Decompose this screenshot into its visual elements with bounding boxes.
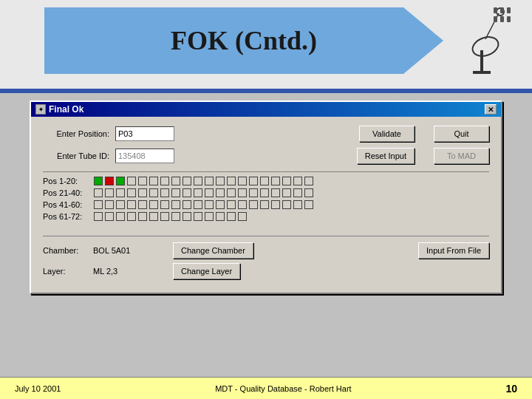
cb-2-5[interactable] [138,188,147,197]
cb-3-15[interactable] [249,200,258,209]
change-chamber-button[interactable]: Change Chamber [173,242,253,259]
cb-2-10[interactable] [194,188,202,197]
layer-value: ML 2,3 [93,267,167,276]
cb-2-11[interactable] [205,188,214,197]
cb-2-16[interactable] [260,188,269,197]
svg-point-2 [470,34,501,60]
cb-2-19[interactable] [293,188,302,197]
dialog-title: Final Ok [49,104,83,115]
cb-1-2[interactable] [105,177,114,185]
cb-4-7[interactable] [160,212,169,221]
tube-input[interactable] [115,149,174,163]
cb-4-6[interactable] [149,212,158,221]
close-button[interactable]: ✕ [485,104,497,115]
validate-button[interactable]: Validate [359,126,415,142]
cb-2-9[interactable] [183,188,191,197]
cb-3-11[interactable] [205,200,214,209]
cb-4-3[interactable] [116,212,125,221]
pos-label-4: Pos 61-72: [43,212,91,221]
cb-4-1[interactable] [94,212,103,221]
reset-input-button[interactable]: Reset Input [357,148,415,164]
cb-3-18[interactable] [282,200,291,209]
cb-4-13[interactable] [227,212,236,221]
pos-label-2: Pos 21-40: [43,188,91,197]
cb-3-10[interactable] [194,200,202,209]
cb-1-11[interactable] [205,177,214,185]
cb-1-12[interactable] [216,177,225,185]
cb-2-7[interactable] [160,188,169,197]
cb-2-8[interactable] [171,188,180,197]
cb-3-9[interactable] [183,200,191,209]
cb-1-18[interactable] [282,177,291,185]
cb-2-12[interactable] [216,188,225,197]
svg-rect-7 [507,7,511,13]
cb-4-14[interactable] [238,212,247,221]
cb-4-2[interactable] [105,212,114,221]
cb-1-3[interactable] [116,177,125,185]
cb-3-4[interactable] [127,200,136,209]
cb-3-6[interactable] [149,200,158,209]
dialog-window: ✦ Final Ok ✕ Enter Position: Validate Qu… [30,100,502,294]
cb-2-3[interactable] [116,188,125,197]
cb-4-9[interactable] [183,212,191,221]
cb-1-10[interactable] [194,177,202,185]
position-input[interactable] [115,126,174,141]
cb-2-6[interactable] [149,188,158,197]
cb-2-4[interactable] [127,188,136,197]
to-mad-button[interactable]: To MAD [434,148,489,164]
cb-4-12[interactable] [216,212,225,221]
cb-1-7[interactable] [160,177,169,185]
cb-1-13[interactable] [227,177,236,185]
cb-1-8[interactable] [171,177,180,185]
cb-1-17[interactable] [271,177,280,185]
cb-2-15[interactable] [249,188,258,197]
cb-1-16[interactable] [260,177,269,185]
chamber-row: Chamber: BOL 5A01 Change Chamber Input F… [43,242,489,259]
cb-3-16[interactable] [260,200,269,209]
cb-1-15[interactable] [249,177,258,185]
cb-3-7[interactable] [160,200,169,209]
cb-3-14[interactable] [238,200,247,209]
cb-1-1[interactable] [94,177,103,185]
cb-3-1[interactable] [94,200,103,209]
cb-1-9[interactable] [183,177,191,185]
cb-4-10[interactable] [194,212,202,221]
cb-3-5[interactable] [138,200,147,209]
pos-checkboxes-1 [94,177,313,185]
change-layer-button[interactable]: Change Layer [173,263,240,279]
cb-3-8[interactable] [171,200,180,209]
cb-3-3[interactable] [116,200,125,209]
footer-date: July 10 2001 [15,384,61,393]
cb-3-17[interactable] [271,200,280,209]
cb-1-19[interactable] [293,177,302,185]
cb-3-2[interactable] [105,200,114,209]
cb-2-14[interactable] [238,188,247,197]
pos-label-3: Pos 41-60: [43,200,91,209]
cb-2-13[interactable] [227,188,236,197]
slide-title: FOK (Cntd.) [171,25,317,56]
cb-2-1[interactable] [94,188,103,197]
cb-1-14[interactable] [238,177,247,185]
cb-1-6[interactable] [149,177,158,185]
input-from-file-button[interactable]: Input From File [418,242,489,259]
cb-2-2[interactable] [105,188,114,197]
cb-2-18[interactable] [282,188,291,197]
svg-rect-8 [494,16,497,22]
pos-checkboxes-3 [94,200,313,209]
cb-1-5[interactable] [138,177,147,185]
cb-2-17[interactable] [271,188,280,197]
cb-1-20[interactable] [304,177,313,185]
cb-3-19[interactable] [293,200,302,209]
cb-3-12[interactable] [216,200,225,209]
cb-3-13[interactable] [227,200,236,209]
slide-header: FOK (Cntd.) [0,0,532,89]
cb-4-5[interactable] [138,212,147,221]
cb-1-4[interactable] [127,177,136,185]
cb-2-20[interactable] [304,188,313,197]
cb-3-20[interactable] [304,200,313,209]
cb-4-4[interactable] [127,212,136,221]
dialog-body: Enter Position: Validate Quit Enter Tube… [31,117,501,293]
quit-button[interactable]: Quit [434,126,489,142]
cb-4-11[interactable] [205,212,214,221]
cb-4-8[interactable] [171,212,180,221]
